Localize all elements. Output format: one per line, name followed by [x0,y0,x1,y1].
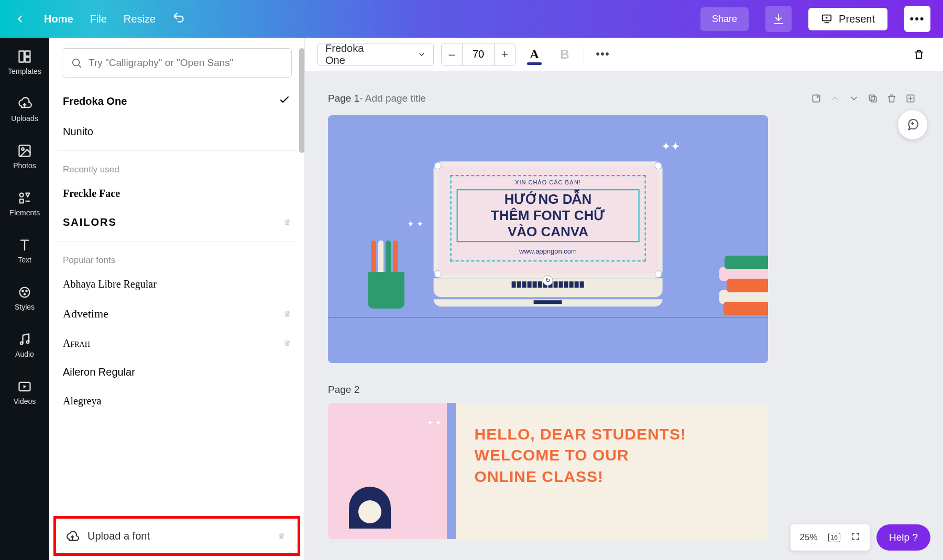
rotate-handle[interactable]: ↻ [543,276,553,286]
recently-used-label: Recently used [49,155,304,179]
delete-page-icon[interactable] [882,89,901,108]
page-1-canvas[interactable]: ✦✦ ✦ ✦ XIN CHÀO CÁC BẠN! HƯỚNG DẪN THÊM … [328,115,768,363]
font-row-current[interactable]: Fredoka One [49,85,304,117]
illustration-books [719,256,768,313]
page-2-canvas[interactable]: ✦ ✦ HELLO, DEAR STUDENTS! WELCOME TO OUR… [328,403,768,539]
svg-point-6 [20,193,24,197]
font-size-input[interactable] [463,43,494,65]
font-size-control: – + [441,43,516,66]
menu-home[interactable]: Home [44,13,73,25]
page-2-label: Page 2 [328,384,359,396]
zoom-level[interactable]: 25% [800,532,818,543]
font-search[interactable] [62,48,292,78]
canvas-area[interactable]: Page 1 - Add page title [305,71,943,560]
svg-marker-7 [26,193,29,197]
crown-icon: ♛ [283,309,291,319]
svg-point-5 [21,148,24,150]
cloud-upload-icon [65,529,79,543]
svg-rect-1 [19,51,24,62]
sparkle-icon: ✦✦ [661,140,680,153]
font-row-sailors[interactable]: SAILORS ♛ [49,208,304,237]
font-row-abhaya[interactable]: Abhaya Libre Regular [49,270,304,299]
menu-file[interactable]: File [90,13,107,25]
page-count[interactable]: 16 [828,533,840,542]
illustration-laptop: XIN CHÀO CÁC BẠN! HƯỚNG DẪN THÊM FONT CH… [434,161,663,307]
text-color-button[interactable]: A [523,43,546,66]
font-size-decrease[interactable]: – [442,43,463,65]
svg-rect-3 [25,57,30,62]
side-rail: Templates Uploads Photos Elements Text S… [0,38,49,560]
svg-point-16 [73,59,80,66]
page-up-icon[interactable] [826,89,845,108]
font-row-nunito[interactable]: Nunito [49,117,304,146]
font-search-input[interactable] [89,57,283,69]
delete-button[interactable] [907,43,930,66]
page-2-header: Page 2 [328,384,920,396]
rail-audio[interactable]: Audio [0,329,49,361]
rail-text[interactable]: Text [0,235,49,267]
top-menu-bar: Home File Resize Share Present ••• [0,0,943,38]
illustration-cup [368,251,404,309]
bold-button[interactable]: B [553,43,576,66]
svg-rect-8 [20,199,24,203]
present-button[interactable]: Present [808,8,887,30]
zoom-controls: 25% 16 [791,524,870,551]
canvas-toolbar: Fredoka One – + A B ••• [305,38,943,71]
font-dropdown[interactable]: Fredoka One [317,43,434,66]
more-button[interactable]: ••• [904,6,930,32]
svg-rect-19 [869,95,874,100]
comment-button[interactable] [898,110,927,139]
menu-resize[interactable]: Resize [124,13,156,25]
svg-point-12 [24,293,25,294]
add-page-icon[interactable] [901,89,920,108]
font-row-aileron[interactable]: Aileron Regular [49,358,304,387]
fullscreen-button[interactable] [851,532,860,544]
svg-point-13 [20,342,23,345]
rail-elements[interactable]: Elements [0,188,49,220]
upload-font-button[interactable]: Upload a font ♛ [53,516,300,556]
rail-videos[interactable]: Videos [0,376,49,409]
font-row-afrah[interactable]: Afrah ♛ [49,329,304,358]
rail-styles[interactable]: Styles [0,282,49,314]
svg-point-9 [20,288,30,298]
page-title-placeholder[interactable]: - Add page title [359,93,426,104]
font-list: Fredoka One Nunito Recently used Freckle… [49,83,304,516]
toolbar-more-button[interactable]: ••• [591,43,615,66]
selected-text-box[interactable]: HƯỚNG DẪN THÊM FONT CHỮ VÀO CANVA [457,189,640,243]
duplicate-page-icon[interactable] [863,89,882,108]
font-panel: Fredoka One Nunito Recently used Freckle… [49,38,305,560]
crown-icon: ♛ [278,531,285,541]
present-label: Present [839,13,875,25]
crown-icon: ♛ [283,338,291,348]
page-1-label: Page 1 [328,93,359,104]
rail-photos[interactable]: Photos [0,140,49,173]
svg-point-14 [27,341,29,343]
canvas-url[interactable]: www.appngon.com [457,248,640,256]
svg-rect-2 [25,51,30,56]
rail-uploads[interactable]: Uploads [0,93,49,126]
svg-point-11 [26,291,27,292]
sparkle-icon: ✦ ✦ [407,219,423,229]
crown-icon: ♛ [283,217,291,227]
font-row-alegreya[interactable]: Alegreya [49,387,304,415]
help-button[interactable]: Help ? [876,524,930,551]
popular-fonts-label: Popular fonts [49,246,304,270]
check-icon [278,93,291,109]
panel-scrollbar[interactable] [299,48,304,153]
page-down-icon[interactable] [845,89,863,108]
rail-templates[interactable]: Templates [0,46,49,79]
share-button[interactable]: Share [700,7,749,31]
font-size-increase[interactable]: + [494,43,515,65]
back-button[interactable] [13,12,27,26]
canvas-subtitle[interactable]: XIN CHÀO CÁC BẠN! [457,179,640,186]
font-row-advetime[interactable]: Advetime ♛ [49,299,304,329]
font-row-freckle[interactable]: Freckle Face [49,179,304,208]
download-button[interactable] [765,6,792,32]
page-1-header: Page 1 - Add page title [328,89,920,108]
illustration-student: ✦ ✦ [328,403,447,539]
chevron-down-icon [418,50,426,59]
svg-rect-18 [871,97,876,102]
notes-icon[interactable] [807,89,826,108]
page2-text[interactable]: HELLO, DEAR STUDENTS! WELCOME TO OUR ONL… [475,424,749,488]
undo-button[interactable] [172,11,186,27]
